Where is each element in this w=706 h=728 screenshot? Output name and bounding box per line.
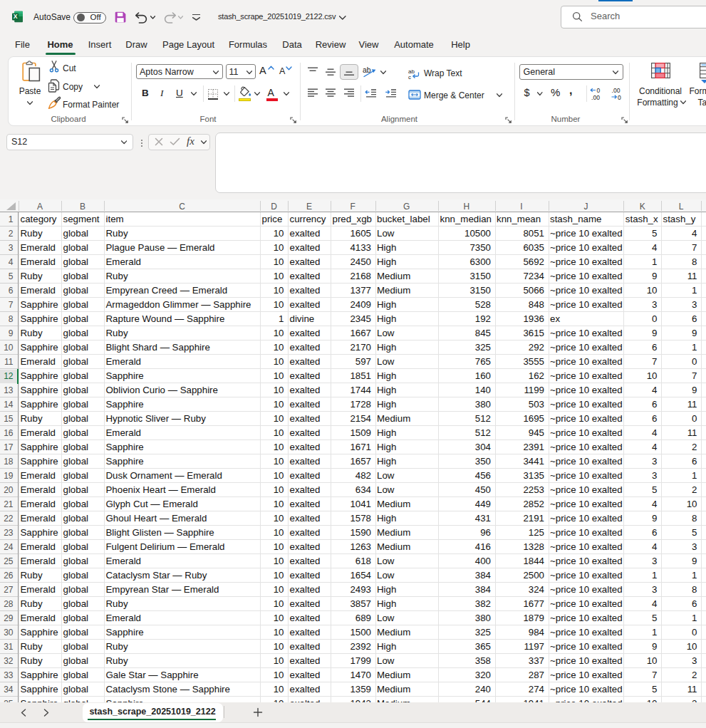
svg-text:0: 0 (597, 87, 601, 94)
svg-text:0: 0 (618, 94, 621, 101)
svg-text:c: c (408, 74, 411, 80)
svg-text:.00: .00 (612, 87, 621, 94)
svg-text:.00: .00 (591, 94, 600, 101)
svg-text:X: X (14, 13, 18, 20)
